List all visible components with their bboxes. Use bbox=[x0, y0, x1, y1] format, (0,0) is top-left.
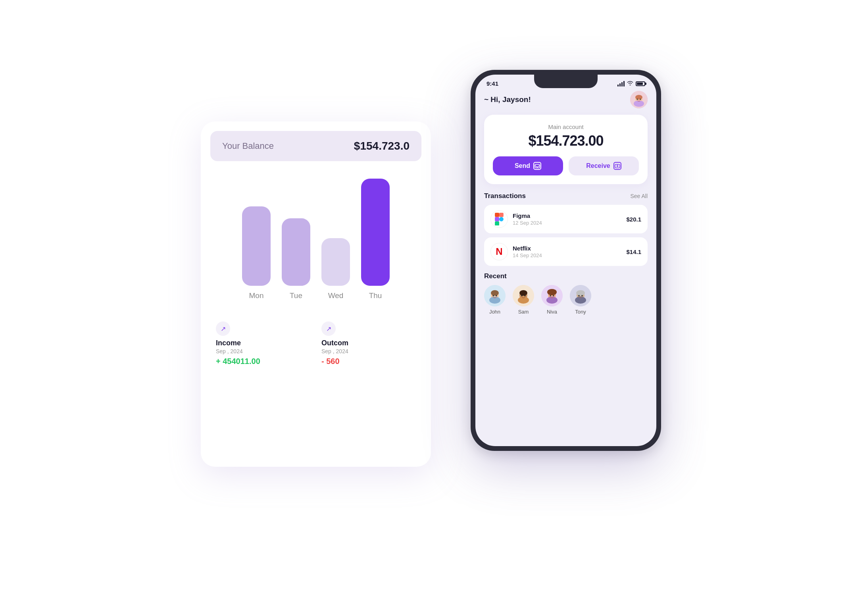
bar-wed-wrap: Wed bbox=[321, 238, 350, 300]
svg-rect-11 bbox=[495, 221, 499, 225]
status-time: 9:41 bbox=[486, 80, 498, 87]
transactions-title: Transactions bbox=[484, 192, 526, 200]
niva-avatar bbox=[541, 285, 563, 306]
netflix-n-icon: N bbox=[496, 246, 502, 257]
income-value: + 454011.00 bbox=[216, 357, 310, 366]
bg-stat-income: ↗ Income Sep , 2024 + 454011.00 bbox=[210, 314, 316, 373]
tony-avatar bbox=[570, 285, 591, 306]
bar-thu bbox=[361, 179, 390, 286]
bar-tue-label: Tue bbox=[290, 291, 302, 300]
bar-mon-label: Mon bbox=[249, 291, 264, 300]
status-icons bbox=[617, 81, 645, 87]
see-all-link[interactable]: See All bbox=[630, 193, 648, 199]
wifi-icon bbox=[627, 81, 633, 87]
figma-tx-info: Figma 12 Sep 2024 bbox=[513, 212, 621, 226]
send-label: Send bbox=[515, 162, 530, 169]
transactions-header: Transactions See All bbox=[484, 192, 648, 200]
svg-rect-10 bbox=[495, 217, 499, 221]
background-card: Your Balance $154.723.0 Mon Tue Wed Thu bbox=[201, 121, 431, 467]
user-avatar[interactable] bbox=[630, 91, 648, 108]
sam-avatar bbox=[513, 285, 534, 306]
svg-point-3 bbox=[635, 95, 642, 100]
receive-button[interactable]: Receive bbox=[569, 156, 639, 175]
scene: Your Balance $154.723.0 Mon Tue Wed Thu bbox=[185, 70, 661, 546]
svg-point-36 bbox=[581, 295, 583, 296]
recent-title: Recent bbox=[484, 272, 507, 280]
action-buttons: Send Receive bbox=[493, 156, 639, 175]
battery-icon bbox=[636, 81, 645, 86]
transactions-section: Transactions See All bbox=[484, 192, 648, 266]
send-button[interactable]: Send bbox=[493, 156, 563, 175]
bar-tue-wrap: Tue bbox=[282, 218, 310, 300]
bar-thu-wrap: Thu bbox=[361, 179, 390, 300]
svg-point-5 bbox=[640, 99, 641, 100]
send-icon bbox=[533, 162, 541, 170]
bar-mon bbox=[242, 206, 271, 286]
bg-balance-value: $154.723.0 bbox=[354, 140, 410, 152]
recent-tony[interactable]: Tony bbox=[570, 285, 591, 315]
recent-section: Recent bbox=[484, 272, 648, 315]
outcome-value: - 560 bbox=[321, 357, 416, 366]
outcome-date: Sep , 2024 bbox=[321, 348, 416, 354]
bar-tue bbox=[282, 218, 310, 286]
svg-point-35 bbox=[578, 295, 580, 296]
bar-thu-label: Thu bbox=[369, 291, 382, 300]
outcome-title: Outcom bbox=[321, 339, 416, 347]
svg-point-34 bbox=[576, 290, 585, 296]
svg-point-29 bbox=[550, 295, 551, 296]
income-title: Income bbox=[216, 339, 310, 347]
bar-mon-wrap: Mon bbox=[242, 206, 271, 300]
svg-point-18 bbox=[496, 295, 497, 296]
signal-bar-4 bbox=[623, 81, 625, 87]
bg-chart-area: Mon Tue Wed Thu bbox=[201, 161, 431, 300]
svg-rect-9 bbox=[499, 213, 504, 217]
niva-name: Niva bbox=[547, 309, 557, 315]
bg-stat-outcome: ↗ Outcom Sep , 2024 - 560 bbox=[316, 314, 421, 373]
svg-point-4 bbox=[637, 99, 638, 100]
svg-point-21 bbox=[518, 296, 529, 304]
svg-point-23 bbox=[521, 295, 523, 296]
account-label: Main account bbox=[493, 123, 639, 130]
svg-point-17 bbox=[492, 295, 494, 296]
account-card: Main account $154.723.00 Send bbox=[484, 115, 648, 184]
bar-wed bbox=[321, 238, 350, 286]
greeting-text: ~ Hi, Jayson! bbox=[484, 95, 531, 104]
receive-label: Receive bbox=[586, 162, 610, 169]
recent-header: Recent bbox=[484, 272, 648, 280]
income-date: Sep , 2024 bbox=[216, 348, 310, 354]
app-content: ~ Hi, Jayson! bbox=[475, 87, 656, 441]
signal-bar-1 bbox=[617, 85, 619, 87]
signal-bars-icon bbox=[617, 81, 625, 87]
figma-date: 12 Sep 2024 bbox=[513, 220, 621, 226]
bar-wed-label: Wed bbox=[328, 291, 344, 300]
figma-amount: $20.1 bbox=[626, 216, 641, 223]
svg-point-12 bbox=[499, 217, 504, 221]
transaction-figma[interactable]: Figma 12 Sep 2024 $20.1 bbox=[484, 205, 648, 233]
recent-avatars: John bbox=[484, 285, 648, 315]
svg-point-27 bbox=[546, 296, 558, 304]
phone-notch bbox=[534, 75, 598, 88]
netflix-amount: $14.1 bbox=[626, 248, 641, 255]
svg-point-28 bbox=[547, 289, 557, 295]
phone-inner: 9:41 bbox=[475, 75, 656, 446]
app-header: ~ Hi, Jayson! bbox=[484, 91, 648, 108]
john-avatar bbox=[484, 285, 506, 306]
netflix-name: Netflix bbox=[513, 245, 621, 252]
transaction-netflix[interactable]: N Netflix 14 Sep 2024 $14.1 bbox=[484, 237, 648, 266]
svg-point-24 bbox=[524, 295, 526, 296]
recent-niva[interactable]: Niva bbox=[541, 285, 563, 315]
figma-name: Figma bbox=[513, 212, 621, 219]
signal-bar-2 bbox=[619, 83, 621, 87]
account-balance: $154.723.00 bbox=[493, 133, 639, 149]
recent-john[interactable]: John bbox=[484, 285, 506, 315]
bg-balance-label: Your Balance bbox=[222, 141, 274, 151]
signal-bar-3 bbox=[621, 82, 623, 87]
sam-name: Sam bbox=[518, 309, 529, 315]
phone-frame: 9:41 bbox=[471, 70, 661, 451]
receive-icon bbox=[613, 162, 621, 170]
tony-name: Tony bbox=[575, 309, 586, 315]
svg-point-33 bbox=[575, 296, 586, 304]
recent-sam[interactable]: Sam bbox=[513, 285, 534, 315]
figma-logo bbox=[490, 210, 508, 228]
svg-point-22 bbox=[519, 290, 527, 296]
